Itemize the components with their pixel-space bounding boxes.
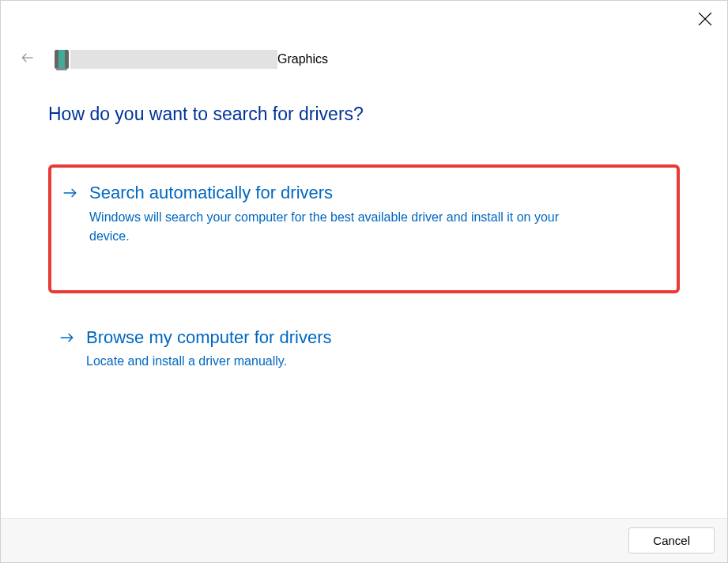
option-text: Browse my computer for drivers Locate an… [86,327,666,372]
back-arrow-icon [20,50,36,68]
back-button[interactable] [17,47,39,71]
arrow-right-icon [59,331,75,347]
option-title: Search automatically for drivers [89,182,662,205]
option-browse-computer[interactable]: Browse my computer for drivers Locate an… [48,312,680,386]
device-suffix: Graphics [277,52,328,66]
footer: Cancel [1,518,727,562]
device-name-redacted [70,50,277,69]
graphics-card-icon [55,50,69,69]
close-button[interactable] [697,12,713,28]
device-info: Graphics [55,50,328,69]
cancel-button[interactable]: Cancel [628,527,715,554]
option-text: Search automatically for drivers Windows… [89,182,662,246]
option-description: Locate and install a driver manually. [86,352,576,371]
close-icon [698,12,712,28]
content-area: How do you want to search for drivers? S… [48,104,680,407]
arrow-right-icon [62,187,78,202]
option-search-automatically[interactable]: Search automatically for drivers Windows… [48,164,680,293]
option-description: Windows will search your computer for th… [89,208,579,246]
header-row: Graphics [17,47,328,71]
page-title: How do you want to search for drivers? [48,104,680,125]
option-title: Browse my computer for drivers [86,327,666,350]
